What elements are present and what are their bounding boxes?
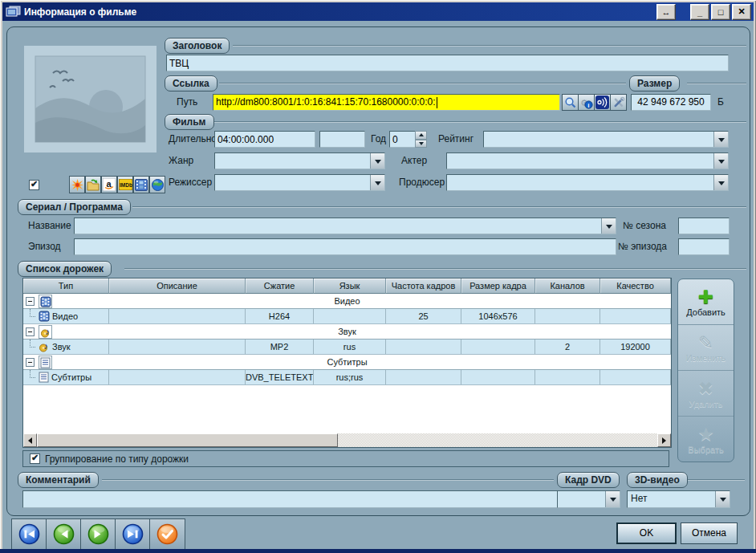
tools-button[interactable] [610,94,627,111]
cancel-button[interactable]: Отмена [681,523,738,544]
actor-label: Актер [401,152,427,169]
cross-icon: ✖ [698,378,713,399]
previous-button[interactable] [47,519,81,549]
info-button[interactable]: ⚙i [578,94,595,111]
size-value: 42 949 672 950 [631,94,711,111]
scroll-right-icon[interactable] [657,433,671,447]
dropdown-arrow-icon[interactable] [713,132,728,147]
tracks-table-header: Тип Описание Сжатие Язык Частота кадров … [23,279,671,294]
maximize-button[interactable]: □ [711,4,730,20]
amazon-button[interactable]: a [101,176,117,193]
col-compression[interactable]: Сжатие [246,279,314,294]
scrollbar-thumb[interactable] [37,433,338,447]
dropdown-arrow-icon[interactable] [370,153,384,169]
col-framesize[interactable]: Размер кадра [461,279,535,294]
col-description[interactable]: Описание [109,279,246,294]
track-group-row-audio[interactable]: ♪ Звук [23,324,671,340]
col-channels[interactable]: Каналов [535,279,600,294]
path-input[interactable]: http://dm800:8001/1:0:16:841:15:70:16800… [213,94,560,111]
poster-checkbox[interactable] [29,180,39,190]
track-group-row-subtitle[interactable]: Субтитры [23,355,671,370]
spin-down-icon[interactable] [415,140,427,148]
3d-video-select[interactable]: Нет [627,490,730,508]
add-button[interactable]: ✚ Добавить [678,279,734,324]
track-item-row-subtitle[interactable]: Субтитры DVB_TELETEXT rus;rus [23,370,671,385]
scroll-left-icon[interactable] [23,433,37,447]
series-name-select[interactable] [74,218,616,234]
sound-icon [595,96,609,109]
title-input[interactable] [166,55,729,71]
apply-button[interactable] [150,519,185,549]
season-label: № сезона [623,218,666,234]
group-line [213,121,746,122]
svg-text:i: i [587,101,589,108]
dvd-frame-select[interactable] [557,490,620,508]
window-title: Информация о фильме [24,6,136,18]
minimize-button[interactable]: _ [690,4,709,20]
director-select[interactable] [214,174,385,191]
season-input[interactable] [678,218,730,234]
rating-select[interactable] [483,131,729,148]
episode-input[interactable] [74,238,616,255]
burst-search-button[interactable] [69,176,85,193]
dropdown-arrow-icon[interactable] [605,491,620,507]
dropdown-arrow-icon[interactable] [715,491,730,507]
last-button[interactable] [116,519,150,549]
genre-select[interactable] [214,152,385,169]
svg-text:♪: ♪ [44,341,49,351]
duration-input[interactable] [214,131,315,148]
titlebar[interactable]: Информация о фильме ↔ _ □ ✕ [2,2,754,21]
spin-up-icon[interactable] [415,131,427,140]
resize-button[interactable]: ↔ [656,4,676,20]
col-language[interactable]: Язык [314,279,386,294]
ok-button[interactable]: OK [616,523,677,544]
dropdown-arrow-icon[interactable] [601,218,616,234]
year-spinner[interactable] [415,131,427,148]
group-series: Сериал / Программа [18,199,131,215]
collapse-icon[interactable] [26,358,35,367]
dropdown-arrow-icon[interactable] [713,153,728,169]
scrollbar-track[interactable] [338,433,657,447]
duration-extra-input[interactable] [319,131,365,148]
dropdown-arrow-icon[interactable] [713,175,728,190]
open-folder-icon [87,179,100,191]
collapse-icon[interactable] [26,297,35,306]
web-search-button[interactable] [149,176,165,193]
episode-num-input[interactable] [678,238,730,255]
grouping-label: Группирование по типу дорожки [45,453,189,465]
genre-label: Жанр [169,152,193,169]
col-quality[interactable]: Качество [600,279,671,294]
track-item-row-video[interactable]: Видео H264 25 1046x576 [23,309,671,324]
actor-select[interactable] [446,152,729,169]
track-item-row-audio[interactable]: ♪ Звук MP2 rus 2 192000 [23,340,671,355]
edit-button[interactable]: ✎ Изменить [678,324,734,370]
sound-button[interactable] [594,94,611,111]
comment-input[interactable] [22,490,558,508]
dropdown-arrow-icon[interactable] [370,175,384,190]
year-input[interactable] [389,131,416,148]
open-folder-button[interactable] [85,176,101,193]
choose-button[interactable]: ★ Выбрать [678,416,734,462]
close-button[interactable]: ✕ [732,4,751,20]
globe-icon [152,179,164,191]
next-button[interactable] [81,519,116,549]
delete-button[interactable]: ✖ Удалить [678,370,734,416]
subtitle-icon [39,372,49,383]
col-framerate[interactable]: Частота кадров [386,279,461,294]
info-icon: ⚙i [580,96,593,109]
search-button[interactable] [562,94,579,111]
collapse-icon[interactable] [26,327,35,336]
svg-text:♪: ♪ [45,327,50,336]
grouping-checkbox[interactable] [30,453,40,464]
frame-capture-button[interactable] [133,176,149,193]
group-line [687,479,745,480]
size-unit: Б [717,94,724,111]
path-value: http://dm800:8001/1:0:16:841:15:70:16800… [216,95,436,110]
track-group-row-video[interactable]: Видео [23,294,671,309]
col-type[interactable]: Тип [23,279,109,294]
star-icon: ★ [697,424,714,445]
producer-select[interactable] [446,174,729,191]
first-button[interactable] [12,519,47,549]
imdb-button[interactable]: IMDb [117,176,133,193]
horizontal-scrollbar[interactable] [23,433,671,447]
